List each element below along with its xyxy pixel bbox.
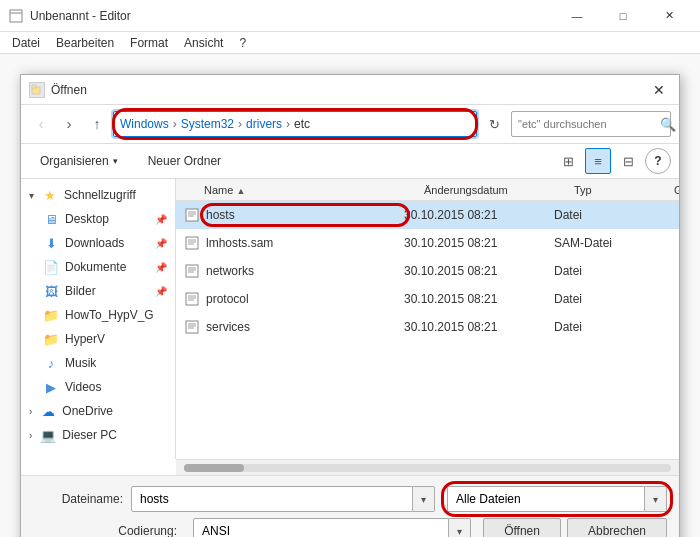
file-row-protocol[interactable]: protocol 30.10.2015 08:21 Datei [176,285,679,313]
file-type-hosts: Datei [554,208,654,222]
pin-icon-3: 📌 [155,262,167,273]
col-header-type[interactable]: Typ [570,184,670,196]
col-name-label: Name [204,184,233,196]
sidebar-label-howto: HowTo_HypV_G [65,308,167,322]
title-bar: Unbenannt - Editor — □ ✕ [0,0,700,32]
view-extra-button[interactable]: ⊟ [615,148,641,174]
address-bar-row: ‹ › ↑ Windows › System32 › drivers › etc… [21,105,679,144]
sidebar-label-bilder: Bilder [65,284,149,298]
col-header-date[interactable]: Änderungsdatum [420,184,570,196]
file-date-networks: 30.10.2015 08:21 [404,264,554,278]
filetype-input[interactable] [447,486,645,512]
sidebar-label-schnellzugriff: Schnellzugriff [64,188,167,202]
sidebar-label-desktop: Desktop [65,212,149,226]
col-header-size[interactable]: Grö [670,184,679,196]
sidebar-item-desktop[interactable]: 🖥 Desktop 📌 [21,207,175,231]
sidebar-item-bilder[interactable]: 🖼 Bilder 📌 [21,279,175,303]
desktop-icon: 🖥 [43,211,59,227]
sidebar-item-howto[interactable]: 📁 HowTo_HypV_G [21,303,175,327]
search-input[interactable] [518,118,656,130]
svg-rect-0 [10,10,22,22]
file-name-hosts: hosts [206,208,404,222]
codierung-dropdown-button[interactable]: ▾ [449,518,471,537]
cancel-button[interactable]: Abbrechen [567,518,667,537]
menu-bearbeiten[interactable]: Bearbeiten [48,32,122,54]
musik-icon: ♪ [43,355,59,371]
view-list-button[interactable]: ≡ [585,148,611,174]
new-folder-button[interactable]: Neuer Ordner [137,148,232,174]
dialog-close-button[interactable]: ✕ [647,78,671,102]
sidebar-item-hyperv[interactable]: 📁 HyperV [21,327,175,351]
codierung-label: Codierung: [33,524,185,537]
new-folder-label: Neuer Ordner [148,154,221,168]
filetype-dropdown-button[interactable]: ▾ [645,486,667,512]
file-row-networks[interactable]: networks 30.10.2015 08:21 Datei [176,257,679,285]
file-row-lmhosts[interactable]: lmhosts.sam 30.10.2015 08:21 SAM-Datei [176,229,679,257]
up-button[interactable]: ↑ [85,112,109,136]
breadcrumb-drivers[interactable]: drivers [246,117,282,131]
filename-input[interactable] [131,486,413,512]
videos-icon: ▶ [43,379,59,395]
maximize-button[interactable]: □ [600,0,646,32]
file-date-services: 30.10.2015 08:21 [404,320,554,334]
address-bar[interactable]: Windows › System32 › drivers › etc [113,111,477,137]
dialog-title: Öffnen [51,83,647,97]
codierung-input[interactable] [193,518,449,537]
dialog-icon [29,82,45,98]
minimize-button[interactable]: — [554,0,600,32]
help-button[interactable]: ? [645,148,671,174]
svg-rect-8 [186,237,198,249]
breadcrumb-etc[interactable]: etc [294,117,310,131]
file-name-protocol: protocol [206,292,404,306]
pin-icon-4: 📌 [155,286,167,297]
file-row-services[interactable]: services 30.10.2015 08:21 Datei [176,313,679,341]
sidebar-item-schnellzugriff[interactable]: ▾ ★ Schnellzugriff [21,183,175,207]
toolbar-row: Organisieren ▾ Neuer Ordner ⊞ ≡ ⊟ ? [21,144,679,179]
menu-help[interactable]: ? [231,32,254,54]
svg-rect-12 [186,265,198,277]
refresh-button[interactable]: ↻ [481,111,507,137]
menu-format[interactable]: Format [122,32,176,54]
sidebar-item-onedrive[interactable]: › ☁ OneDrive [21,399,175,423]
col-header-name[interactable]: Name ▲ [200,184,420,196]
codierung-input-wrap: ▾ [193,518,471,537]
sidebar-item-dieserpc[interactable]: › 💻 Dieser PC [21,423,175,447]
sidebar-label-dieserpc: Dieser PC [62,428,167,442]
sidebar-item-videos[interactable]: ▶ Videos [21,375,175,399]
back-button[interactable]: ‹ [29,112,53,136]
search-icon[interactable]: 🔍 [660,117,676,132]
col-size-label: Grö [674,184,679,196]
menu-datei[interactable]: Datei [4,32,48,54]
svg-rect-16 [186,293,198,305]
forward-button[interactable]: › [57,112,81,136]
open-button[interactable]: Öffnen [483,518,561,537]
horizontal-scrollbar[interactable] [176,459,679,475]
file-icon-hosts [184,207,200,223]
menu-ansicht[interactable]: Ansicht [176,32,231,54]
col-date-label: Änderungsdatum [424,184,508,196]
view-details-button[interactable]: ⊞ [555,148,581,174]
sidebar-item-downloads[interactable]: ⬇ Downloads 📌 [21,231,175,255]
sidebar-label-videos: Videos [65,380,167,394]
svg-rect-20 [186,321,198,333]
dialog-title-bar: Öffnen ✕ [21,75,679,105]
file-name-networks: networks [206,264,404,278]
sidebar-item-dokumente[interactable]: 📄 Dokumente 📌 [21,255,175,279]
svg-rect-3 [32,85,36,88]
breadcrumb-windows[interactable]: Windows [120,117,169,131]
file-row-hosts[interactable]: hosts 30.10.2015 08:21 Datei [176,201,679,229]
sidebar: ▾ ★ Schnellzugriff 🖥 Desktop 📌 ⬇ Downloa… [21,179,176,459]
sidebar-label-dokumente: Dokumente [65,260,149,274]
sidebar-item-musik[interactable]: ♪ Musik [21,351,175,375]
app-icon [8,8,24,24]
file-icon-protocol [184,291,200,307]
organize-button[interactable]: Organisieren ▾ [29,148,129,174]
breadcrumb-system32[interactable]: System32 [181,117,234,131]
toolbar-right: ⊞ ≡ ⊟ ? [555,148,671,174]
onedrive-arrow-icon: › [29,406,32,417]
filename-dropdown-button[interactable]: ▾ [413,486,435,512]
col-type-label: Typ [574,184,592,196]
search-box[interactable]: 🔍 [511,111,671,137]
close-button[interactable]: ✕ [646,0,692,32]
filename-row: Dateiname: ▾ ▾ [33,486,667,512]
